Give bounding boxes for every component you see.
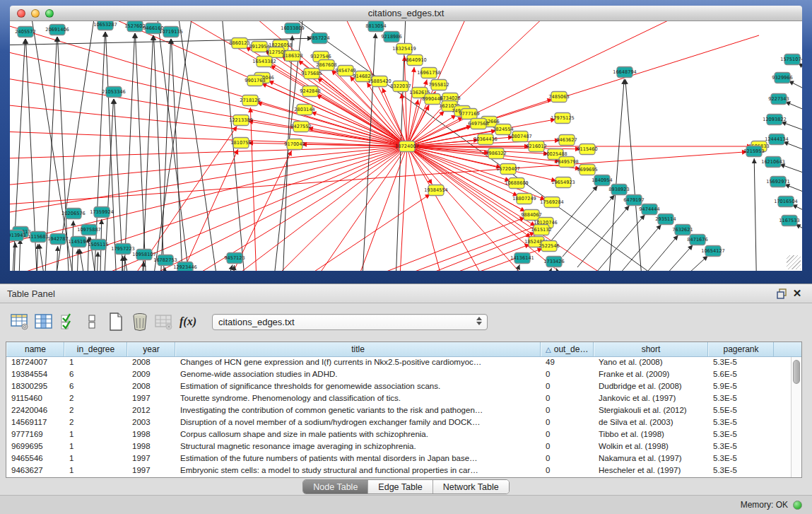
float-panel-icon[interactable] xyxy=(774,286,789,300)
select-all-columns-button[interactable] xyxy=(57,310,79,333)
network-node[interactable]: 1840954 xyxy=(592,175,612,186)
table-row[interactable]: 2242004622012Investigating the contribut… xyxy=(6,405,791,417)
table-select-dropdown[interactable]: citations_edges.txt xyxy=(212,314,488,330)
network-node[interactable]: 7632621 xyxy=(672,225,693,235)
network-node[interactable]: 15751074 xyxy=(780,54,802,65)
network-node[interactable]: 2935114 xyxy=(655,214,676,225)
show-column-button[interactable] xyxy=(33,310,55,333)
network-node[interactable]: 21053346 xyxy=(102,87,126,98)
network-node[interactable]: 14136141 xyxy=(510,253,534,264)
network-node[interactable]: 10958107 xyxy=(132,250,156,260)
tab-network-table[interactable]: Network Table xyxy=(433,480,509,493)
network-node[interactable]: 7986322 xyxy=(486,148,506,159)
network-node[interactable]: 6479197 xyxy=(623,195,644,206)
network-node[interactable]: 8427552 xyxy=(290,122,311,132)
column-header-short[interactable]: short xyxy=(594,342,708,356)
create-column-button[interactable] xyxy=(105,310,127,333)
network-node[interactable]: 2803144 xyxy=(294,105,314,115)
network-node[interactable]: 9115460 xyxy=(577,144,597,155)
table-row[interactable]: 969969511998Structural magnetic resonanc… xyxy=(6,441,791,453)
scrollbar-thumb[interactable] xyxy=(793,360,800,384)
tab-node-table[interactable]: Node Table xyxy=(303,480,368,493)
network-node[interactable]: 8215953 xyxy=(743,146,764,157)
network-node[interactable]: 3824554 xyxy=(493,124,513,135)
network-node[interactable]: 1145194 xyxy=(68,237,88,247)
network-node[interactable]: 8860123 xyxy=(229,38,249,49)
table-row[interactable]: 946362711997Embryonic stem cells: a mode… xyxy=(6,465,791,477)
table-row[interactable]: 946554611997Estimation of the future num… xyxy=(6,453,791,465)
network-node[interactable]: 17359924 xyxy=(90,207,114,218)
zoom-window-button[interactable] xyxy=(45,9,54,18)
row-height-button[interactable] xyxy=(81,310,103,333)
network-node[interactable]: 10807487 xyxy=(508,132,532,142)
minimize-window-button[interactable] xyxy=(31,9,40,18)
network-node[interactable]: 9463627 xyxy=(556,135,577,146)
network-node[interactable]: 2718126 xyxy=(240,95,260,106)
network-node[interactable]: 1505115 xyxy=(88,240,108,250)
network-node[interactable]: 18640910 xyxy=(403,55,427,66)
table-row[interactable]: 1456911722003Disruption of a novel membe… xyxy=(6,417,791,429)
network-node[interactable]: 9457123 xyxy=(224,253,245,264)
network-node[interactable]: 9699695 xyxy=(577,165,597,175)
network-node[interactable]: 7857224 xyxy=(309,33,329,44)
network-node[interactable]: 19384554 xyxy=(424,185,448,196)
column-header-year[interactable]: year xyxy=(127,342,175,356)
close-panel-icon[interactable]: ✕ xyxy=(789,286,805,300)
network-graph[interactable]: 1872400718226058891295488601239127508818… xyxy=(10,21,802,271)
window-resize-grip[interactable] xyxy=(787,255,801,269)
table-options-button[interactable] xyxy=(8,310,31,333)
close-window-button[interactable] xyxy=(17,9,25,18)
column-header-name[interactable]: name xyxy=(6,342,64,356)
table-row[interactable]: 1872400712008Changes of HCN gene express… xyxy=(6,357,791,369)
network-node[interactable]: 6497568 xyxy=(468,119,488,129)
network-node[interactable]: 10654127 xyxy=(701,246,725,257)
network-node[interactable]: 2867608 xyxy=(316,60,336,71)
network-node[interactable]: 9913943 xyxy=(10,230,26,241)
network-node[interactable]: 1810755 xyxy=(230,138,251,148)
network-node[interactable]: 12923446 xyxy=(173,262,197,271)
table-row[interactable]: 911546021997Tourette syndrome. Phenomeno… xyxy=(6,393,791,405)
network-node[interactable]: 7485063 xyxy=(548,92,569,103)
network-node[interactable]: 19654923 xyxy=(551,177,575,188)
network-node[interactable]: 8471676 xyxy=(687,235,707,245)
table-vertical-scrollbar[interactable] xyxy=(791,357,801,477)
network-node[interactable]: 9474444 xyxy=(639,204,659,215)
network-node[interactable]: 10975887 xyxy=(77,225,101,235)
column-header-out-de-[interactable]: △out_de… xyxy=(541,342,594,356)
column-header-title[interactable]: title xyxy=(175,342,541,356)
network-node[interactable]: 1527602 xyxy=(124,21,145,32)
network-node[interactable]: 16961758 xyxy=(417,68,441,78)
network-node[interactable]: 9901763 xyxy=(245,76,265,86)
network-node[interactable]: 9175685 xyxy=(301,69,322,79)
delete-column-button[interactable] xyxy=(129,310,151,333)
network-node[interactable]: 16648794 xyxy=(613,67,637,78)
network-node[interactable]: 10653287 xyxy=(93,21,117,30)
network-node[interactable]: 8322037 xyxy=(390,81,411,92)
network-node[interactable]: 8813054 xyxy=(365,21,386,32)
column-header-pagerank[interactable]: pagerank xyxy=(708,342,774,356)
table-row[interactable]: 1938455462009Genome-wide association stu… xyxy=(6,369,791,381)
network-node[interactable]: 9218986 xyxy=(381,32,401,42)
network-node[interactable]: 9242848 xyxy=(300,86,320,97)
network-node[interactable]: 2405572 xyxy=(15,27,35,37)
network-window-titlebar[interactable]: citations_edges.txt xyxy=(10,6,802,21)
table-row[interactable]: 1830029562008Estimation of significance … xyxy=(6,381,791,393)
network-node[interactable]: 1615132 xyxy=(531,225,551,235)
network-node[interactable]: 1115681 xyxy=(28,232,48,243)
network-node[interactable]: 1942787 xyxy=(47,234,68,245)
network-node[interactable]: 8186328 xyxy=(282,51,302,62)
network-node[interactable]: 8938923 xyxy=(608,185,629,195)
network-node[interactable]: 1167533 xyxy=(779,216,799,226)
network-node[interactable]: 20691406 xyxy=(45,25,69,35)
column-header-in-degree[interactable]: in_degree xyxy=(64,342,127,356)
network-canvas[interactable]: 1872400718226058891295488601239127508818… xyxy=(10,21,802,271)
table-row[interactable]: 977716911998Corpus callosum shape and si… xyxy=(6,429,791,441)
network-node[interactable]: 9170043 xyxy=(284,139,305,150)
network-node[interactable]: 9227343 xyxy=(768,94,789,105)
network-node[interactable]: 6216012 xyxy=(526,141,546,152)
network-node[interactable]: 2522546 xyxy=(539,241,559,252)
network-node[interactable]: 18325419 xyxy=(392,44,416,54)
tab-edge-table[interactable]: Edge Table xyxy=(368,480,433,493)
network-node[interactable]: 7955812 xyxy=(428,80,449,90)
import-table-button[interactable] xyxy=(153,310,175,333)
